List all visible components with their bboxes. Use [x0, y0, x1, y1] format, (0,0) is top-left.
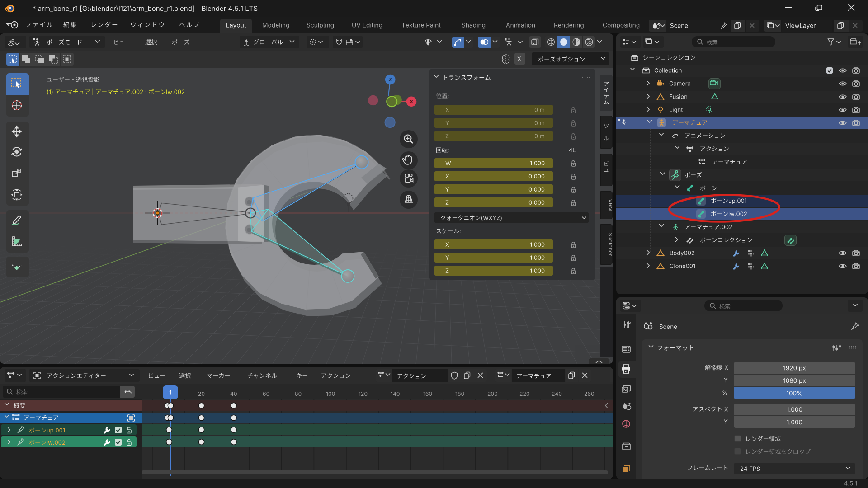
svg-text:Z: Z	[389, 77, 392, 82]
svg-text:X: X	[410, 99, 413, 104]
